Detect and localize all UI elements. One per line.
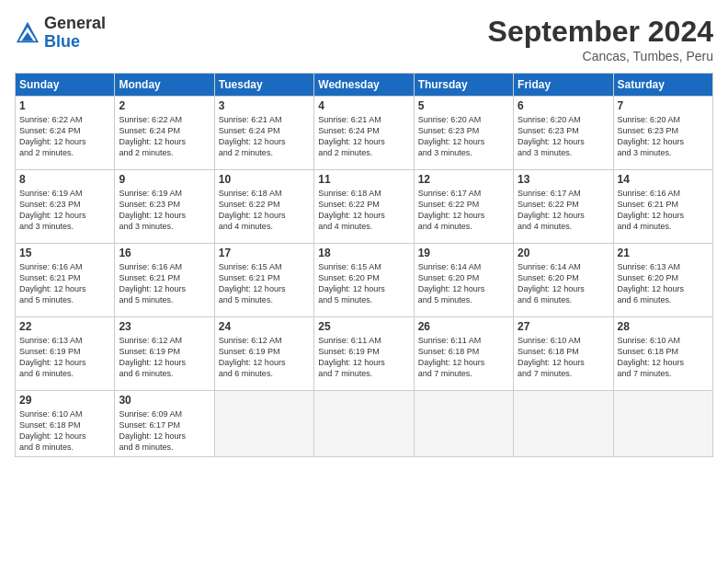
table-cell: 3Sunrise: 6:21 AM Sunset: 6:24 PM Daylig… (214, 97, 313, 170)
day-number: 13 (518, 173, 609, 186)
table-cell (214, 391, 313, 457)
day-number: 6 (518, 99, 609, 112)
table-cell: 14Sunrise: 6:16 AM Sunset: 6:21 PM Dayli… (613, 170, 712, 244)
title-area: September 2024 Cancas, Tumbes, Peru (488, 15, 713, 63)
day-number: 3 (219, 99, 310, 112)
cell-info: Sunrise: 6:10 AM Sunset: 6:18 PM Dayligh… (19, 408, 110, 454)
day-number: 16 (119, 247, 210, 259)
day-number: 17 (219, 247, 310, 259)
cell-info: Sunrise: 6:16 AM Sunset: 6:21 PM Dayligh… (19, 261, 110, 306)
table-cell: 21Sunrise: 6:13 AM Sunset: 6:20 PM Dayli… (613, 244, 712, 317)
logo-general-text: General (44, 15, 106, 33)
day-number: 20 (518, 247, 609, 259)
day-number: 9 (119, 173, 210, 186)
header: General Blue September 2024 Cancas, Tumb… (15, 15, 713, 63)
table-cell (314, 391, 414, 457)
day-number: 11 (318, 173, 409, 186)
cell-info: Sunrise: 6:20 AM Sunset: 6:23 PM Dayligh… (518, 114, 609, 159)
table-cell: 26Sunrise: 6:11 AM Sunset: 6:18 PM Dayli… (414, 317, 513, 391)
cell-info: Sunrise: 6:10 AM Sunset: 6:18 PM Dayligh… (518, 335, 609, 380)
calendar-table: Sunday Monday Tuesday Wednesday Thursday… (15, 73, 713, 457)
table-cell: 12Sunrise: 6:17 AM Sunset: 6:22 PM Dayli… (414, 170, 513, 244)
table-cell: 27Sunrise: 6:10 AM Sunset: 6:18 PM Dayli… (514, 317, 613, 391)
day-number: 7 (618, 99, 709, 112)
logo-text: General Blue (44, 15, 106, 52)
table-cell: 22Sunrise: 6:13 AM Sunset: 6:19 PM Dayli… (16, 317, 115, 391)
cell-info: Sunrise: 6:15 AM Sunset: 6:20 PM Dayligh… (318, 261, 409, 306)
logo-blue-text: Blue (44, 33, 106, 52)
cell-info: Sunrise: 6:11 AM Sunset: 6:19 PM Dayligh… (318, 335, 409, 380)
table-cell: 20Sunrise: 6:14 AM Sunset: 6:20 PM Dayli… (514, 244, 613, 317)
table-cell: 24Sunrise: 6:12 AM Sunset: 6:19 PM Dayli… (214, 317, 313, 391)
cell-info: Sunrise: 6:22 AM Sunset: 6:24 PM Dayligh… (19, 114, 110, 159)
header-saturday: Saturday (613, 74, 712, 97)
cell-info: Sunrise: 6:19 AM Sunset: 6:23 PM Dayligh… (19, 188, 110, 233)
cell-info: Sunrise: 6:09 AM Sunset: 6:17 PM Dayligh… (119, 408, 210, 454)
location: Cancas, Tumbes, Peru (488, 49, 713, 63)
table-cell: 11Sunrise: 6:18 AM Sunset: 6:22 PM Dayli… (314, 170, 414, 244)
table-cell (414, 391, 513, 457)
table-cell (613, 391, 712, 457)
day-number: 14 (618, 173, 709, 186)
calendar-header-row: Sunday Monday Tuesday Wednesday Thursday… (16, 74, 713, 97)
cell-info: Sunrise: 6:15 AM Sunset: 6:21 PM Dayligh… (219, 261, 310, 306)
day-number: 12 (418, 173, 509, 186)
table-cell: 16Sunrise: 6:16 AM Sunset: 6:21 PM Dayli… (115, 244, 214, 317)
cell-info: Sunrise: 6:11 AM Sunset: 6:18 PM Dayligh… (418, 335, 509, 380)
table-cell: 1Sunrise: 6:22 AM Sunset: 6:24 PM Daylig… (16, 97, 115, 170)
table-cell: 8Sunrise: 6:19 AM Sunset: 6:23 PM Daylig… (16, 170, 115, 244)
cell-info: Sunrise: 6:20 AM Sunset: 6:23 PM Dayligh… (618, 114, 709, 159)
day-number: 28 (618, 320, 709, 333)
table-cell: 29Sunrise: 6:10 AM Sunset: 6:18 PM Dayli… (16, 391, 115, 457)
cell-info: Sunrise: 6:13 AM Sunset: 6:19 PM Dayligh… (19, 335, 110, 380)
cell-info: Sunrise: 6:14 AM Sunset: 6:20 PM Dayligh… (418, 261, 509, 306)
day-number: 8 (19, 173, 110, 186)
day-number: 30 (119, 394, 210, 407)
day-number: 10 (219, 173, 310, 186)
header-monday: Monday (115, 74, 214, 97)
day-number: 4 (318, 99, 409, 112)
table-cell: 13Sunrise: 6:17 AM Sunset: 6:22 PM Dayli… (514, 170, 613, 244)
day-number: 19 (418, 247, 509, 259)
day-number: 18 (318, 247, 409, 259)
page: General Blue September 2024 Cancas, Tumb… (0, 0, 728, 563)
day-number: 22 (19, 320, 110, 333)
table-cell: 25Sunrise: 6:11 AM Sunset: 6:19 PM Dayli… (314, 317, 414, 391)
header-sunday: Sunday (16, 74, 115, 97)
header-tuesday: Tuesday (214, 74, 313, 97)
table-cell: 2Sunrise: 6:22 AM Sunset: 6:24 PM Daylig… (115, 97, 214, 170)
table-cell: 30Sunrise: 6:09 AM Sunset: 6:17 PM Dayli… (115, 391, 214, 457)
table-cell: 9Sunrise: 6:19 AM Sunset: 6:23 PM Daylig… (115, 170, 214, 244)
day-number: 5 (418, 99, 509, 112)
table-cell: 6Sunrise: 6:20 AM Sunset: 6:23 PM Daylig… (514, 97, 613, 170)
cell-info: Sunrise: 6:10 AM Sunset: 6:18 PM Dayligh… (618, 335, 709, 380)
day-number: 29 (19, 394, 110, 407)
day-number: 26 (418, 320, 509, 333)
month-title: September 2024 (488, 15, 713, 49)
table-cell: 19Sunrise: 6:14 AM Sunset: 6:20 PM Dayli… (414, 244, 513, 317)
cell-info: Sunrise: 6:22 AM Sunset: 6:24 PM Dayligh… (119, 114, 210, 159)
day-number: 21 (618, 247, 709, 259)
header-thursday: Thursday (414, 74, 513, 97)
day-number: 15 (19, 247, 110, 259)
table-cell: 10Sunrise: 6:18 AM Sunset: 6:22 PM Dayli… (214, 170, 313, 244)
day-number: 2 (119, 99, 210, 112)
cell-info: Sunrise: 6:17 AM Sunset: 6:22 PM Dayligh… (518, 188, 609, 233)
cell-info: Sunrise: 6:18 AM Sunset: 6:22 PM Dayligh… (318, 188, 409, 233)
table-cell (514, 391, 613, 457)
cell-info: Sunrise: 6:21 AM Sunset: 6:24 PM Dayligh… (219, 114, 310, 159)
header-friday: Friday (514, 74, 613, 97)
table-cell: 28Sunrise: 6:10 AM Sunset: 6:18 PM Dayli… (613, 317, 712, 391)
cell-info: Sunrise: 6:19 AM Sunset: 6:23 PM Dayligh… (119, 188, 210, 233)
table-cell: 7Sunrise: 6:20 AM Sunset: 6:23 PM Daylig… (613, 97, 712, 170)
cell-info: Sunrise: 6:21 AM Sunset: 6:24 PM Dayligh… (318, 114, 409, 159)
day-number: 25 (318, 320, 409, 333)
day-number: 24 (219, 320, 310, 333)
table-cell: 5Sunrise: 6:20 AM Sunset: 6:23 PM Daylig… (414, 97, 513, 170)
cell-info: Sunrise: 6:20 AM Sunset: 6:23 PM Dayligh… (418, 114, 509, 159)
day-number: 23 (119, 320, 210, 333)
cell-info: Sunrise: 6:16 AM Sunset: 6:21 PM Dayligh… (119, 261, 210, 306)
table-cell: 15Sunrise: 6:16 AM Sunset: 6:21 PM Dayli… (16, 244, 115, 317)
table-cell: 17Sunrise: 6:15 AM Sunset: 6:21 PM Dayli… (214, 244, 313, 317)
cell-info: Sunrise: 6:14 AM Sunset: 6:20 PM Dayligh… (518, 261, 609, 306)
